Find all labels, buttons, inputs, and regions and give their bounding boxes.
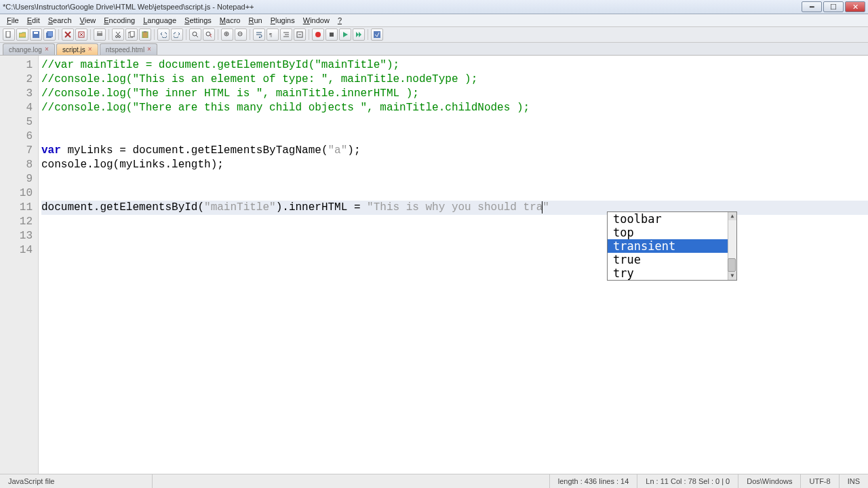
code-line[interactable]: var myLinks = document.getElementsByTagN… (41, 144, 868, 158)
svg-rect-11 (98, 31, 102, 33)
svg-point-22 (206, 32, 210, 36)
tab-change-log[interactable]: change.log× (3, 43, 55, 55)
window-title: *C:\Users\Instructor\Google Drive\HTML W… (3, 3, 254, 11)
menu-window[interactable]: Window (299, 16, 334, 24)
status-bar: JavaScript file length : 436 lines : 14 … (0, 474, 868, 488)
code-view[interactable]: //var mainTitle = document.getElementByI… (39, 56, 868, 474)
menu-view[interactable]: View (76, 16, 100, 24)
menu-?[interactable]: ? (334, 16, 346, 24)
code-line[interactable]: document.getElementsById("mainTitle").in… (41, 201, 868, 215)
redo-icon[interactable] (171, 28, 183, 41)
code-line[interactable] (41, 229, 868, 243)
maximize-button[interactable]: ☐ (823, 1, 844, 12)
close-button[interactable]: ✕ (845, 1, 865, 12)
cut-icon[interactable] (112, 28, 124, 41)
wrap-icon[interactable] (253, 28, 265, 41)
editor-area: 1234567891011121314 //var mainTitle = do… (0, 56, 868, 474)
menu-run[interactable]: Run (244, 16, 266, 24)
status-eol: Dos\Windows (738, 474, 801, 488)
status-length: length : 436 lines : 14 (550, 474, 638, 488)
menu-file[interactable]: File (3, 16, 23, 24)
autocomplete-item[interactable]: try (608, 266, 736, 280)
svg-rect-0 (6, 31, 10, 37)
code-line[interactable]: //console.log("There are this many child… (41, 101, 868, 115)
svg-rect-19 (144, 31, 146, 33)
code-line[interactable]: //console.log("The inner HTML is ", main… (41, 87, 868, 101)
tab-close-icon[interactable]: × (88, 45, 95, 52)
menu-encoding[interactable]: Encoding (100, 16, 139, 24)
code-line[interactable] (41, 215, 868, 229)
autocomplete-scrollbar[interactable]: ▲▼ (728, 212, 736, 280)
svg-rect-34 (330, 33, 334, 37)
autocomplete-item[interactable]: true (608, 253, 736, 266)
status-insert-mode: INS (840, 474, 868, 488)
stop-icon[interactable] (326, 28, 338, 41)
fold-icon[interactable] (294, 28, 306, 41)
autocomplete-item[interactable]: top (608, 226, 736, 239)
menu-search[interactable]: Search (44, 16, 76, 24)
menu-settings[interactable]: Settings (180, 16, 216, 24)
tab-close-icon[interactable]: × (45, 45, 52, 52)
play-multi-icon[interactable] (353, 28, 365, 41)
new-icon[interactable] (3, 28, 15, 41)
print-icon[interactable] (94, 28, 106, 41)
svg-rect-17 (130, 31, 134, 37)
replace-icon[interactable] (203, 28, 215, 41)
tab-ntspeed-html[interactable]: ntspeed.html× (100, 43, 157, 55)
paste-icon[interactable] (139, 28, 151, 41)
autocomplete-item[interactable]: toolbar (608, 212, 736, 226)
menu-edit[interactable]: Edit (23, 16, 44, 24)
minimize-button[interactable]: ━ (802, 1, 822, 12)
code-line[interactable] (41, 186, 868, 201)
show-all-icon[interactable]: ¶ (267, 28, 279, 41)
tool-bar: ¶ (0, 27, 868, 43)
menu-bar: FileEditSearchViewEncodingLanguageSettin… (0, 14, 868, 27)
tab-strip: change.log×script.js×ntspeed.html× (0, 43, 868, 56)
autocomplete-item[interactable]: transient (608, 239, 736, 253)
svg-rect-4 (47, 31, 53, 37)
svg-line-21 (196, 35, 198, 37)
save-icon[interactable] (30, 28, 42, 41)
status-encoding: UTF-8 (801, 474, 839, 488)
svg-rect-10 (97, 33, 102, 36)
record-icon[interactable] (312, 28, 324, 41)
svg-rect-2 (34, 32, 38, 34)
status-position: Ln : 11 Col : 78 Sel : 0 | 0 (637, 474, 738, 488)
code-line[interactable] (41, 115, 868, 129)
copy-icon[interactable] (125, 28, 138, 41)
macro-save-icon[interactable] (371, 28, 383, 41)
menu-plugins[interactable]: Plugins (267, 16, 299, 24)
svg-text:¶: ¶ (269, 32, 272, 38)
zoom-out-icon[interactable] (235, 28, 247, 41)
indent-icon[interactable] (280, 28, 292, 41)
open-icon[interactable] (16, 28, 28, 41)
undo-icon[interactable] (157, 28, 170, 41)
find-icon[interactable] (189, 28, 201, 41)
zoom-in-icon[interactable] (221, 28, 233, 41)
autocomplete-popup[interactable]: toolbartoptransienttruetry▲▼ (607, 211, 737, 281)
line-gutter: 1234567891011121314 (0, 56, 39, 474)
code-line[interactable]: //var mainTitle = document.getElementByI… (41, 58, 868, 73)
title-bar: *C:\Users\Instructor\Google Drive\HTML W… (0, 0, 868, 14)
close-all-icon[interactable] (75, 28, 87, 41)
code-line[interactable]: console.log(myLinks.length); (41, 158, 868, 172)
menu-language[interactable]: Language (139, 16, 180, 24)
svg-rect-18 (142, 32, 148, 38)
code-line[interactable]: //console.log("This is an element of typ… (41, 73, 868, 87)
menu-macro[interactable]: Macro (216, 16, 245, 24)
play-icon[interactable] (339, 28, 351, 41)
code-line[interactable] (41, 243, 868, 258)
code-line[interactable] (41, 172, 868, 186)
tab-script-js[interactable]: script.js× (56, 43, 98, 55)
app-window: *C:\Users\Instructor\Google Drive\HTML W… (0, 0, 868, 488)
close-icon[interactable] (62, 28, 74, 41)
tab-close-icon[interactable]: × (147, 45, 154, 52)
code-line[interactable] (41, 129, 868, 144)
status-filetype: JavaScript file (0, 474, 153, 488)
save-all-icon[interactable] (43, 28, 56, 41)
